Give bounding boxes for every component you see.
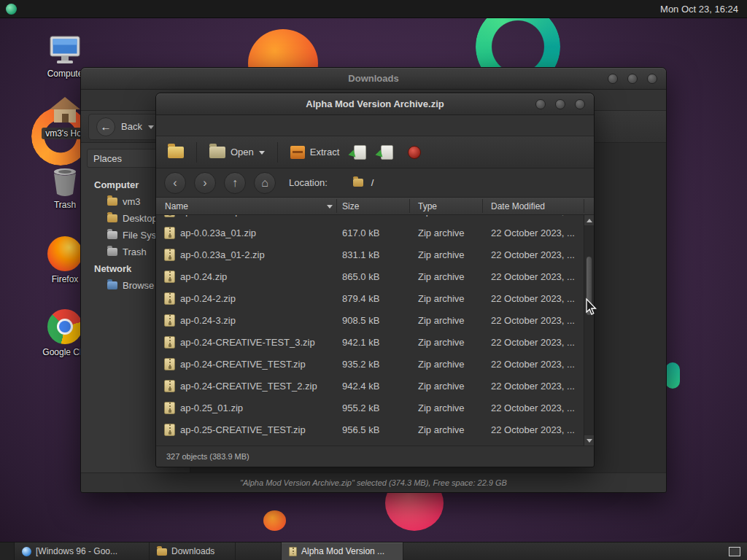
column-divider[interactable] [409, 199, 410, 213]
nav-forward-button[interactable]: › [194, 172, 216, 194]
vertical-scrollbar[interactable] [584, 215, 594, 446]
firefox-icon [47, 236, 82, 271]
file-row[interactable]: ap-0.0.23a_01-2.zip 831.1 kB Zip archive… [156, 244, 584, 266]
file-modified: 22 October 2023, ... [491, 332, 583, 354]
panel-menu-item[interactable] [23, 0, 36, 18]
file-type: Zip archive [418, 244, 487, 266]
nav-up-button[interactable]: ↑ [224, 172, 246, 194]
file-row[interactable]: ap-0.24-3.zip 908.5 kB Zip archive 22 Oc… [156, 310, 584, 332]
taskbar-item-icon [22, 547, 31, 556]
column-divider[interactable] [482, 199, 483, 213]
wallpaper-teal-pill [665, 362, 680, 389]
file-name: ap-0.0.23a.zip [180, 215, 335, 222]
maximize-button[interactable] [627, 74, 638, 84]
file-name: ap-0.24-CREATIVE_TEST.zip [180, 354, 335, 376]
taskbar-window-button[interactable]: Alpha Mod Version ... [281, 542, 403, 560]
open-button[interactable]: Open [205, 144, 269, 161]
extract-button[interactable]: Extract [286, 143, 344, 162]
minimize-button[interactable] [535, 99, 546, 109]
file-type: Zip archive [418, 222, 487, 244]
column-divider [584, 199, 584, 213]
file-size: 865.0 kB [342, 266, 408, 288]
file-row[interactable]: ap-0.24-CREATIVE_TEST.zip 935.2 kB Zip a… [156, 354, 584, 376]
file-row[interactable]: ap-0.25-CREATIVE_TEST.zip 956.5 kB Zip a… [156, 419, 584, 441]
taskbar-window-list: [Windows 96 - Goo... Downloads Alpha Mod… [15, 542, 403, 560]
distro-menu-icon[interactable] [6, 4, 17, 15]
panel-menu-item[interactable] [49, 0, 62, 18]
file-type: Zip archive [418, 266, 487, 288]
sort-caret-icon[interactable] [327, 205, 333, 211]
taskbar-item-icon [289, 547, 297, 556]
triangle-up-icon [587, 216, 592, 222]
file-modified: 22 October 2023, ... [491, 222, 583, 244]
file-row[interactable]: ap-0.0.23a_01.zip 617.0 kB Zip archive 2… [156, 222, 584, 244]
file-modified: 22 October 2023, ... [491, 397, 583, 419]
file-size: 955.2 kB [342, 397, 408, 419]
column-divider[interactable] [336, 199, 337, 213]
column-header-size[interactable]: Size [342, 198, 359, 215]
minimize-button[interactable] [608, 74, 618, 84]
open-dropdown-caret[interactable] [259, 151, 265, 158]
taskbar-menu-applet[interactable] [0, 542, 15, 560]
archive-window: Alpha Mod Version Archive.zip Open Extra… [155, 93, 595, 467]
taskbar-window-button[interactable]: [Windows 96 - Goo... [15, 542, 150, 560]
file-row[interactable]: ap-0.24-CREATIVE_TEST_2.zip 942.4 kB Zip… [156, 376, 584, 397]
downloads-titlebar[interactable]: Downloads [81, 68, 666, 90]
taskbar-window-button[interactable]: Downloads [150, 542, 236, 560]
nav-home-button[interactable]: ⌂ [254, 172, 276, 194]
file-row[interactable]: ap-0.24-2.zip 879.4 kB Zip archive 22 Oc… [156, 288, 584, 310]
archive-statusbar: 327 objects (383.9 MB) [156, 446, 594, 466]
file-row[interactable]: ap-0.24.zip 865.0 kB Zip archive 22 Octo… [156, 266, 584, 288]
archive-toolbar: Open Extract [156, 136, 594, 168]
file-modified: 22 October 2023, ... [491, 354, 583, 376]
file-name: ap-0.0.23a_01-2.zip [180, 244, 335, 266]
file-modified: 22 October 2023, ... [491, 215, 583, 222]
taskbar-item-icon [157, 548, 167, 556]
open-label: Open [231, 147, 254, 158]
archive-titlebar[interactable]: Alpha Mod Version Archive.zip [156, 93, 594, 115]
column-header-modified[interactable]: Date Modified [491, 198, 545, 215]
file-modified: 22 October 2023, ... [491, 376, 583, 397]
panel-menu-item[interactable] [36, 0, 49, 18]
zip-file-icon [164, 358, 175, 370]
add-files-icon [354, 145, 366, 160]
file-name: ap-0.24.zip [180, 266, 335, 288]
file-type: Zip archive [418, 419, 487, 441]
stop-button[interactable] [403, 143, 425, 162]
file-name: ap-0.24-2.zip [180, 288, 335, 310]
column-header-name[interactable]: Name [165, 198, 188, 215]
chrome-icon [47, 309, 82, 344]
add-files-button[interactable] [349, 142, 371, 163]
file-modified: 22 October 2023, ... [491, 310, 583, 332]
nav-back-button[interactable]: ‹ [164, 172, 186, 194]
file-size: 879.4 kB [342, 288, 408, 310]
file-row[interactable]: ap-0.25_01.zip 955.2 kB Zip archive 22 O… [156, 397, 584, 419]
file-row[interactable]: ap-0.0.23a.zip 851.3 kB Zip archive 22 O… [156, 215, 584, 222]
extract-icon [290, 146, 305, 159]
taskbar: [Windows 96 - Goo... Downloads Alpha Mod… [0, 542, 747, 560]
show-desktop-icon[interactable] [729, 547, 740, 556]
top-panel: Mon Oct 23, 16:24 [0, 0, 747, 18]
scroll-down-button[interactable] [584, 435, 594, 446]
archive-locationbar: ‹ › ↑ ⌂ Location: / [156, 168, 594, 198]
record-icon [408, 146, 421, 159]
downloads-statusbar: "Alpha Mod Version Archive.zip" selected… [81, 472, 666, 492]
back-button[interactable]: ← Back [88, 114, 162, 140]
file-row[interactable]: ap-0.24-CREATIVE-TEST_3.zip 942.1 kB Zip… [156, 332, 584, 354]
taskbar-item-label: Alpha Mod Version ... [301, 546, 384, 556]
scroll-up-button[interactable] [584, 215, 594, 225]
close-button[interactable] [575, 99, 585, 109]
maximize-button[interactable] [555, 99, 565, 109]
close-button[interactable] [647, 74, 657, 84]
file-size: 617.0 kB [342, 222, 408, 244]
back-dropdown-caret[interactable] [148, 125, 154, 132]
add-folder-button[interactable] [376, 142, 398, 163]
open-folder-icon [209, 147, 225, 158]
new-archive-button[interactable] [163, 144, 188, 161]
sidebar-item-icon [107, 231, 117, 239]
toolbar-separator [277, 142, 278, 163]
column-header-type[interactable]: Type [418, 198, 437, 215]
location-path[interactable]: / [371, 177, 374, 188]
panel-menus [23, 0, 62, 18]
clock[interactable]: Mon Oct 23, 16:24 [660, 4, 747, 15]
